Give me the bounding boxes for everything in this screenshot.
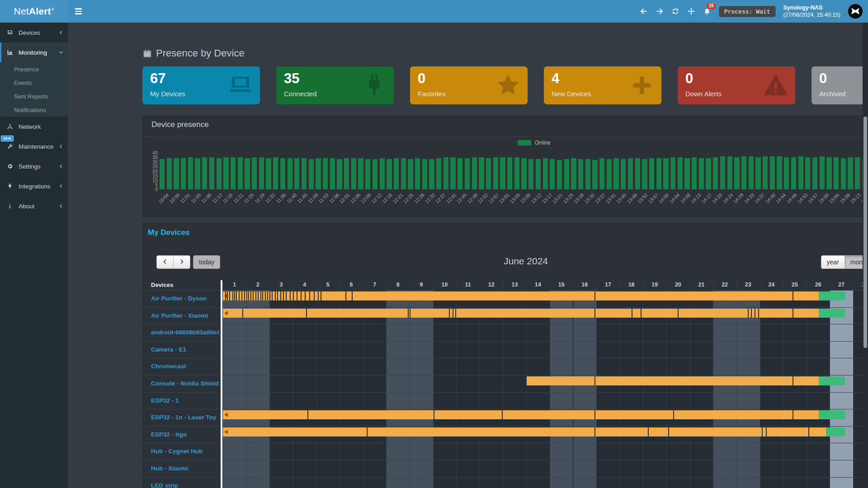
sidebar-subitem-notifications[interactable]: Notifications [0,103,68,117]
presence-gap [755,309,755,318]
presence-bar-orange[interactable] [527,376,818,385]
presence-bar-green[interactable] [819,291,845,300]
nav-back-icon[interactable] [640,7,648,15]
presence-gap [594,309,595,318]
weekend-column [736,290,760,488]
sidebar-subitem-presence[interactable]: Presence [0,62,68,76]
day-header: 12 [480,282,503,288]
chart-bar [607,159,612,189]
chart-bar [628,158,633,189]
sidebar-subitem-events[interactable]: Events [0,76,68,89]
chart-bar [770,156,775,189]
network-icon [7,123,17,130]
today-button[interactable]: today [193,255,220,269]
device-link[interactable]: Console - Nvidia Shield TV [151,375,219,392]
chart-bar [755,157,760,189]
move-icon[interactable] [687,7,695,15]
day-header: 5 [316,282,340,288]
row-gridline [142,477,868,478]
star-icon [495,72,521,99]
chart-bar [514,157,519,189]
sidebar-item-label: About [19,203,59,210]
chart-bar [663,158,668,189]
chart-bar [181,158,186,189]
sidebar-subitem-sent-reports[interactable]: Sent Reports [0,89,68,103]
device-link[interactable]: Air Purifier - Xiaomi [151,307,219,324]
stat-card-favorites[interactable]: 0Favorites [410,66,528,104]
presence-gap [280,291,281,300]
chevron-left-icon [59,144,64,149]
presence-gap [632,309,632,318]
day-header: 2 [246,282,270,288]
device-link[interactable]: ESP32 - 1 [151,392,219,409]
chart-bar [415,158,420,189]
stat-card-new-devices[interactable]: 4New Devices [544,66,661,104]
day-header: 27 [830,282,853,288]
scrollbar-thumb[interactable] [863,117,867,348]
sidebar-toggle-button[interactable] [68,0,89,23]
presence-bar-orange[interactable] [223,410,819,419]
nav-forward-icon[interactable] [656,7,664,15]
presence-bar-green[interactable] [819,309,845,318]
day-header: 19 [643,282,666,288]
presence-gap [306,309,307,318]
sidebar-item-network[interactable]: Network [0,117,68,136]
stat-card-down-alerts[interactable]: 0Down Alerts [678,66,795,104]
chart-bar [365,159,370,189]
chart-bar [493,157,498,189]
next-month-button[interactable] [173,255,190,269]
presence-gap [502,410,503,419]
view-year-button[interactable]: year [821,255,845,269]
weekend-column [246,290,270,488]
plus-icon [629,72,655,99]
device-link[interactable]: android-68608b93a00e4 [151,324,219,341]
stat-card-archived[interactable]: 0Archived [811,66,868,104]
refresh-icon[interactable] [671,7,679,15]
row-gridline [142,290,868,291]
chart-bar [450,157,455,189]
notifications-bell-icon[interactable]: 15 [703,7,711,15]
presence-gap [410,309,410,318]
device-link[interactable]: Hub - Xiaomi [151,460,219,477]
device-link[interactable]: Hub - Cygnet Hub [151,443,219,460]
chart-bar [167,158,172,189]
chevron-left-icon [59,164,64,169]
process-status-pill: Process: Wait [719,6,776,17]
user-avatar[interactable] [848,4,863,19]
device-link[interactable]: Chromecast [151,358,219,375]
sidebar-item-label: Integrations [19,183,59,190]
sidebar-item-monitoring[interactable]: Monitoring [0,42,68,62]
day-header: 11 [456,282,480,288]
chart-bar [500,157,505,189]
presence-bar-orange[interactable] [223,427,826,436]
sidebar-item-devices[interactable]: Devices [0,23,68,42]
weekend-column [410,290,433,488]
stat-label: Archived [819,90,845,98]
weekend-column [223,290,246,488]
prev-month-button[interactable] [156,255,174,269]
stat-card-my-devices[interactable]: 67My Devices [142,66,260,104]
chart-bar [578,159,583,189]
chart-bar [599,158,604,189]
chart-bar [536,159,541,189]
device-link[interactable]: ESP32 - ttgo [151,426,219,443]
stat-card-connected[interactable]: 35Connected [276,66,394,104]
stat-value: 67 [150,70,165,87]
presence-bar-green[interactable] [819,410,845,419]
presence-bar-green[interactable] [819,376,845,385]
sidebar-item-about[interactable]: About [0,196,68,216]
main-content: Presence by Device 67My Devices35Connect… [68,23,868,488]
app-logo[interactable]: NetAlertx [0,0,68,23]
device-link[interactable]: Camera - E1 [151,341,219,358]
presence-bar-orange[interactable] [223,309,819,318]
sidebar-item-settings[interactable]: Settings [0,156,68,176]
device-link[interactable]: LED strip [151,477,219,488]
sidebar-item-integrations[interactable]: Integrations [0,176,68,196]
presence-bar-green[interactable] [826,427,845,436]
presence-gap [301,291,302,300]
row-gridline [142,375,868,375]
device-link[interactable]: Air Purifier - Dyson [151,290,219,307]
device-link[interactable]: ESP32 - 1n - Laser Toy [151,409,219,426]
presence-bar-orange[interactable] [223,291,819,300]
column-resizer-handle[interactable] [221,280,222,488]
